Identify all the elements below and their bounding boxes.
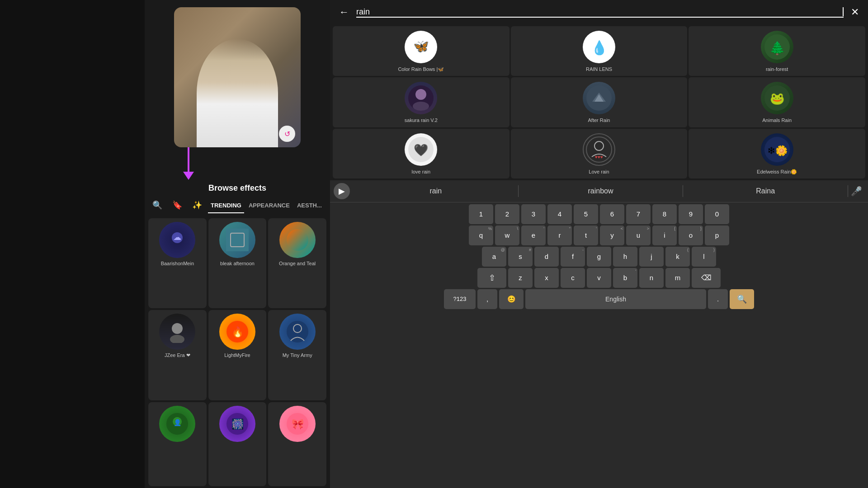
key-8[interactable]: 8 — [652, 204, 677, 224]
shift-key[interactable]: ⇧ — [477, 268, 506, 288]
key-o[interactable]: o} — [679, 225, 703, 245]
key-j[interactable]: j — [639, 247, 664, 267]
key-l[interactable]: l) — [692, 247, 716, 267]
svg-text:🔥: 🔥 — [231, 326, 244, 338]
key-comma[interactable]: , — [477, 289, 497, 309]
space-key[interactable]: English — [525, 289, 706, 309]
key-n[interactable]: n — [639, 268, 664, 288]
num-switch-key[interactable]: ?123 — [444, 289, 476, 309]
key-h[interactable]: h — [613, 247, 637, 267]
key-5[interactable]: 5 — [574, 204, 598, 224]
middle-panel: ↺ Browse effects 🔍 🔖 ✨ TRENDING APPEARAN… — [145, 0, 330, 488]
result-animals[interactable]: 🐸 Animals Rain — [689, 77, 865, 127]
key-period[interactable]: . — [708, 289, 728, 309]
svg-point-26 — [413, 102, 429, 111]
back-button[interactable]: ← — [337, 5, 351, 20]
result-edelweiss-thumb: ❄🌼 — [761, 133, 793, 166]
effect-orange-teal[interactable]: Orange and Teal — [268, 218, 326, 308]
camera-preview: ↺ — [174, 7, 301, 147]
suggestions-expand-button[interactable]: ▶ — [334, 183, 350, 199]
key-6[interactable]: 6 — [600, 204, 624, 224]
effect-myarmy[interactable]: My Tiny Army — [268, 310, 326, 400]
effect-row3b[interactable]: 🎆 — [208, 402, 267, 486]
backspace-key[interactable]: ⌫ — [692, 268, 721, 288]
key-s[interactable]: s# — [508, 247, 533, 267]
key-r[interactable]: r" — [547, 225, 572, 245]
effect-row3a[interactable]: 👤 — [148, 402, 207, 486]
right-panel: ← rain ✕ 🦋 Color Rain Bows |🦋 💧 RAIN LEN… — [330, 0, 868, 488]
tab-trending[interactable]: TRENDING — [208, 198, 244, 213]
key-0[interactable]: 0 — [705, 204, 729, 224]
effect-baarishon[interactable]: ☁ BaarishonMein — [148, 218, 207, 308]
key-b[interactable]: b' — [613, 268, 637, 288]
number-row: 1 2 3 4 5 6 7 8 9 0 — [332, 204, 866, 224]
key-2[interactable]: 2 — [495, 204, 519, 224]
key-q[interactable]: q% — [469, 225, 493, 245]
effect-bleak[interactable]: bleak afternoon — [208, 218, 267, 308]
tab-appearance[interactable]: APPEARANCE — [246, 198, 292, 213]
search-submit-key[interactable]: 🔍 — [730, 289, 754, 309]
suggestion-rainbow[interactable]: rainbow — [519, 185, 684, 197]
suggestion-raina[interactable]: Raina — [683, 185, 848, 197]
result-animals-thumb: 🐸 — [761, 82, 793, 114]
key-row-a: a@ s# d f- g h j k( l) — [332, 247, 866, 267]
key-i[interactable]: i{ — [652, 225, 677, 245]
key-v[interactable]: v — [587, 268, 611, 288]
svg-text:♥♥♥: ♥♥♥ — [595, 155, 603, 160]
key-k[interactable]: k( — [665, 247, 690, 267]
result-after-rain[interactable]: After Rain — [511, 77, 688, 127]
key-a[interactable]: a@ — [482, 247, 506, 267]
effect-lightfire-thumb: 🔥 — [219, 314, 255, 350]
key-1[interactable]: 1 — [469, 204, 493, 224]
result-love-rain2[interactable]: ♥♥♥ Love rain — [511, 129, 688, 178]
key-u[interactable]: u> — [626, 225, 651, 245]
key-row-z: ⇧ z x c v b' n m ⌫ — [332, 268, 866, 288]
key-x[interactable]: x — [534, 268, 559, 288]
search-tab-icon[interactable]: 🔍 — [148, 197, 166, 215]
camera-icon[interactable]: ↺ — [279, 126, 295, 142]
key-w[interactable]: w\ — [495, 225, 519, 245]
results-grid: 🦋 Color Rain Bows |🦋 💧 RAIN LENS 🌲 rain-… — [330, 24, 868, 180]
key-e[interactable]: e' — [521, 225, 546, 245]
effect-jzee[interactable]: JZee Era ❤ — [148, 310, 207, 400]
result-love-rain1[interactable]: 🖤 love rain — [333, 129, 509, 178]
microphone-button[interactable]: 🎤 — [848, 183, 864, 199]
key-3[interactable]: 3 — [521, 204, 546, 224]
effect-myarmy-label: My Tiny Army — [283, 352, 312, 358]
key-p[interactable]: p — [705, 225, 729, 245]
key-9[interactable]: 9 — [679, 204, 703, 224]
result-rain-lens-thumb: 💧 — [583, 31, 615, 63]
effect-row3a-thumb: 👤 — [159, 406, 195, 442]
result-sakura[interactable]: sakura rain V.2 — [333, 77, 509, 127]
tab-aesth[interactable]: AESTH... — [294, 198, 325, 213]
key-z[interactable]: z — [508, 268, 533, 288]
key-4[interactable]: 4 — [547, 204, 572, 224]
result-rain-forest-label: rain-forest — [766, 66, 788, 72]
key-f[interactable]: f- — [561, 247, 585, 267]
suggestion-rain[interactable]: rain — [354, 185, 519, 197]
result-edelweiss[interactable]: ❄🌼 Edelweiss Rain🌼 — [689, 129, 865, 178]
result-rain-lens[interactable]: 💧 RAIN LENS — [511, 26, 688, 76]
key-g[interactable]: g — [587, 247, 611, 267]
search-text[interactable]: rain — [356, 7, 843, 17]
svg-point-6 — [170, 335, 184, 343]
search-bar: ← rain ✕ — [330, 0, 868, 24]
effect-lightfire[interactable]: 🔥 LightMyFire — [208, 310, 267, 400]
effect-lightfire-label: LightMyFire — [224, 352, 250, 358]
bookmark-tab-icon[interactable]: 🔖 — [168, 197, 186, 215]
result-rain-forest[interactable]: 🌲 rain-forest — [689, 26, 865, 76]
effect-row3c[interactable]: 🎀 — [268, 402, 326, 486]
result-love-rain1-label: love rain — [412, 169, 431, 175]
key-c[interactable]: c — [561, 268, 585, 288]
key-m[interactable]: m — [665, 268, 690, 288]
key-t[interactable]: t' — [574, 225, 598, 245]
sparkle-tab-icon[interactable]: ✨ — [188, 197, 206, 215]
emoji-key[interactable]: 😊 — [499, 289, 524, 309]
result-color-rain[interactable]: 🦋 Color Rain Bows |🦋 — [333, 26, 509, 76]
close-button[interactable]: ✕ — [849, 5, 861, 20]
svg-text:🎆: 🎆 — [231, 418, 244, 430]
key-7[interactable]: 7 — [626, 204, 651, 224]
key-y[interactable]: y< — [600, 225, 624, 245]
key-d[interactable]: d — [534, 247, 559, 267]
result-sakura-thumb — [405, 82, 437, 114]
